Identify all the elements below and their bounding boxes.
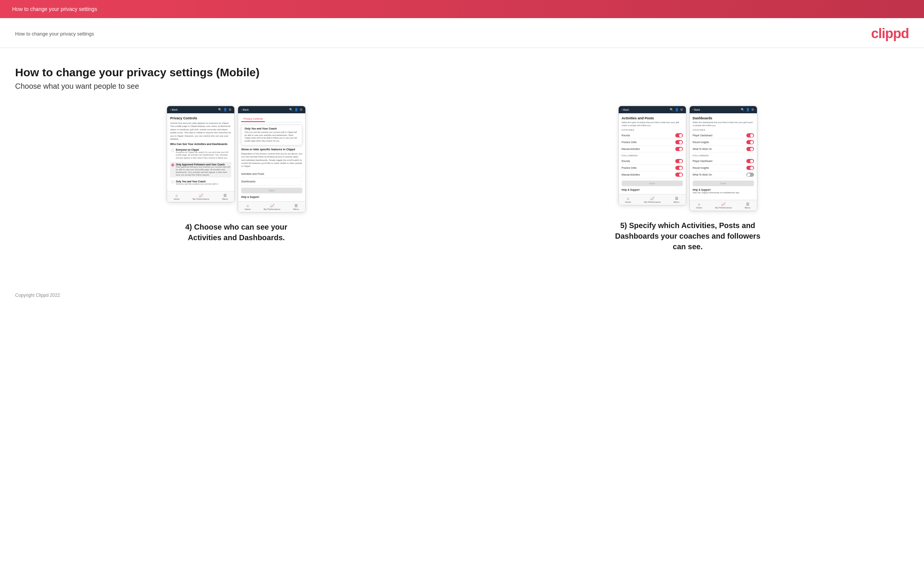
screen1-footer-menu[interactable]: ☰ Menu [222, 193, 228, 200]
tab-privacy-controls[interactable]: Privacy Controls [241, 116, 265, 122]
screen1-footer-performance[interactable]: 📈 My Performance [193, 193, 209, 200]
help-support-3: Help & Support [622, 189, 683, 191]
coaches-round-insights-label: Round Insights [693, 141, 709, 143]
option-everyone-content: Everyone on Clippd Everyone on Clippd ca… [176, 148, 230, 159]
coaches-player-dash-label: Player Dashboard [693, 134, 712, 137]
search-icon[interactable]: 🔍 [218, 108, 222, 111]
screen2-nav-icons: 🔍 👤 ⚙ [289, 108, 302, 111]
screenshots-row: ‹ Back 🔍 👤 ⚙ Privacy Controls Control ho… [15, 106, 909, 252]
screen2-footer-performance[interactable]: 📈 My Performance [264, 203, 280, 210]
screen1-section: Who Can See Your Activities and Dashboar… [170, 143, 231, 145]
followers-round-insights-toggle[interactable] [746, 166, 754, 170]
screen1-footer-menu-label: Menu [222, 198, 228, 200]
coaches-manual-toggle[interactable] [675, 147, 683, 151]
option-everyone-title: Everyone on Clippd [176, 148, 230, 151]
followers-round-insights-label: Round Insights [693, 166, 709, 169]
screen2-nav-left: ‹ Back [241, 108, 249, 111]
screen2-footer-home[interactable]: ⌂ Home [244, 203, 250, 210]
settings-icon-3[interactable]: ⚙ [680, 108, 683, 111]
home-icon: ⌂ [175, 193, 178, 198]
menu-activities-label: Activities and Posts [241, 172, 264, 175]
screen4-footer-home-label: Home [696, 206, 702, 209]
screen1-footer-home[interactable]: ⌂ Home [173, 193, 179, 200]
screen4-body: Dashboards Select the dashboards that yo… [690, 113, 757, 200]
screen4-nav-icons: 🔍 👤 ⚙ [741, 108, 754, 111]
screenshot-group-4: ‹ Back 🔍 👤 ⚙ Privacy Controls Control ho… [15, 106, 458, 243]
screen3-desc: Select the types of activity that you'd … [622, 121, 683, 127]
search-icon-2[interactable]: 🔍 [289, 108, 293, 111]
screen3-footer-home-label: Home [625, 201, 631, 203]
screen3-footer-menu-label: Menu [674, 201, 680, 203]
screen2-back[interactable]: ‹ Back [241, 108, 249, 111]
followers-player-dash-toggle[interactable] [746, 159, 754, 163]
followers-what-to-work-label: What To Work On [693, 173, 712, 176]
screen2-section-desc: Regardless of the privacy controls that … [241, 152, 302, 168]
screen2-body: Privacy Controls Only You and Your Coach… [238, 113, 305, 201]
page-footer: Copyright Clippd 2022 [0, 285, 924, 306]
coaches-drills-toggle[interactable] [675, 140, 683, 144]
option-followers-desc: Only approved followers and coaches you … [176, 166, 230, 177]
screen4-footer-performance-label: My Performance [715, 206, 732, 209]
screen3-back[interactable]: ‹ Back [622, 108, 629, 111]
menu-dashboards[interactable]: Dashboards › [241, 178, 302, 185]
menu-activities[interactable]: Activities and Posts › [241, 170, 302, 178]
screen1-back[interactable]: ‹ Back [170, 108, 178, 111]
screen2-nav: ‹ Back 🔍 👤 ⚙ [238, 106, 305, 113]
option-followers[interactable]: Only Approved Followers and Your Coach O… [170, 162, 231, 178]
save-button-3[interactable]: Save [622, 181, 683, 186]
home-icon-2: ⌂ [246, 203, 249, 208]
followers-drills-toggle[interactable] [675, 166, 683, 170]
person-icon[interactable]: 👤 [223, 108, 227, 111]
screen4-footer: ⌂ Home 📈 My Performance ☰ Menu [690, 200, 757, 211]
screen3-footer-home[interactable]: ⌂ Home [625, 197, 631, 203]
screen3-footer-menu[interactable]: ☰ Menu [674, 197, 680, 203]
page-subtitle: Choose what you want people to see [15, 82, 909, 90]
coaches-round-insights-toggle[interactable] [746, 140, 754, 144]
coaches-rounds-toggle[interactable] [675, 133, 683, 137]
followers-manual-label: Manual Activities [622, 173, 640, 176]
coaches-manual-row: Manual Activities [622, 146, 683, 153]
save-button-4[interactable]: Save [693, 181, 754, 186]
settings-icon-2[interactable]: ⚙ [300, 108, 302, 111]
followers-drills-row: Practice Drills [622, 164, 683, 171]
chart-icon-2: 📈 [270, 203, 275, 208]
option-followers-content: Only Approved Followers and Your Coach O… [176, 163, 230, 177]
person-icon-4[interactable]: 👤 [746, 108, 750, 111]
screen4-footer-performance[interactable]: 📈 My Performance [715, 202, 732, 209]
settings-icon[interactable]: ⚙ [229, 108, 231, 111]
radio-coach-only[interactable] [171, 181, 174, 184]
screen-1-privacy-controls: ‹ Back 🔍 👤 ⚙ Privacy Controls Control ho… [166, 106, 235, 202]
settings-icon-4[interactable]: ⚙ [751, 108, 754, 111]
person-icon-3[interactable]: 👤 [675, 108, 679, 111]
save-button-2[interactable]: Save [241, 188, 302, 193]
option-everyone[interactable]: Everyone on Clippd Everyone on Clippd ca… [170, 147, 231, 160]
followers-manual-toggle[interactable] [675, 172, 683, 177]
option-coach-only[interactable]: Only You and Your Coach Only you and the… [170, 179, 231, 187]
screen4-back[interactable]: ‹ Back [693, 108, 700, 111]
screen1-nav-icons: 🔍 👤 ⚙ [218, 108, 231, 111]
radio-everyone[interactable] [171, 149, 174, 152]
screen2-popup-title: Only You and Your Coach [244, 127, 299, 130]
screens-1-2: ‹ Back 🔍 👤 ⚙ Privacy Controls Control ho… [166, 106, 306, 213]
screen4-desc: Select the dashboards that you'd like to… [693, 121, 754, 127]
screen3-footer-performance[interactable]: 📈 My Performance [644, 197, 661, 203]
screen2-footer-menu-label: Menu [293, 208, 299, 210]
menu-activities-arrow: › [302, 172, 303, 176]
followers-rounds-toggle[interactable] [675, 159, 683, 163]
screen4-footer-menu[interactable]: ☰ Menu [745, 202, 751, 209]
followers-rounds-label: Rounds [622, 160, 630, 162]
radio-followers[interactable] [171, 163, 174, 166]
help-support-4: Help & Support [693, 189, 754, 191]
caption-5: 5) Specify which Activities, Posts and D… [609, 220, 767, 252]
screenshot-group-5: ‹ Back 🔍 👤 ⚙ Activities and Posts Select… [467, 106, 909, 252]
followers-what-to-work-toggle[interactable] [746, 172, 754, 177]
screen4-footer-home[interactable]: ⌂ Home [696, 202, 702, 209]
screen-3-activities: ‹ Back 🔍 👤 ⚙ Activities and Posts Select… [618, 106, 686, 205]
search-icon-4[interactable]: 🔍 [741, 108, 745, 111]
person-icon-2[interactable]: 👤 [294, 108, 298, 111]
top-bar-title: How to change your privacy settings [12, 6, 97, 12]
screen2-footer-menu[interactable]: ☰ Menu [293, 203, 299, 210]
search-icon-3[interactable]: 🔍 [670, 108, 674, 111]
coaches-player-dash-toggle[interactable] [746, 133, 754, 137]
coaches-what-to-work-toggle[interactable] [746, 147, 754, 151]
